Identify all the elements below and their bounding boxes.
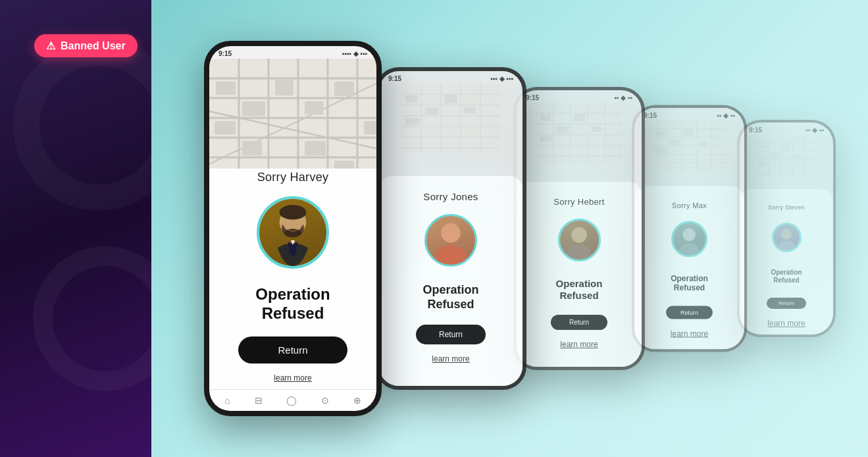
svg-rect-83: [216, 82, 236, 95]
map-section-4: [634, 121, 744, 200]
svg-rect-88: [305, 101, 323, 115]
svg-rect-89: [334, 82, 354, 96]
svg-rect-27: [656, 131, 665, 136]
svg-rect-13: [759, 161, 767, 165]
svg-point-49: [571, 227, 587, 243]
svg-rect-48: [591, 126, 601, 132]
map-section-3: [517, 103, 642, 195]
svg-point-68: [435, 245, 467, 267]
phone-4-learn-more[interactable]: learn more: [671, 329, 708, 338]
phone-4-return-button[interactable]: Return: [666, 306, 713, 319]
svg-rect-62: [406, 95, 418, 102]
phone-5-learn-more[interactable]: learn more: [767, 319, 805, 328]
svg-rect-87: [242, 141, 262, 155]
svg-rect-64: [444, 95, 457, 103]
svg-point-94: [280, 205, 307, 220]
phone-max: 9:15 ▪▪ ◈ ▪▪: [632, 105, 747, 352]
nav-chat-icon[interactable]: ◯: [286, 395, 297, 406]
phone-3-learn-more[interactable]: learn more: [560, 340, 598, 349]
svg-rect-66: [464, 107, 476, 114]
svg-point-67: [441, 223, 461, 243]
phone-5-operation: OperationRefused: [757, 269, 815, 284]
banned-badge-label: Banned User: [61, 40, 126, 52]
svg-rect-12: [782, 144, 790, 149]
svg-rect-91: [305, 141, 326, 155]
svg-point-15: [781, 229, 792, 240]
phones-container: 9:15 ▪▪ ◈ ▪▪: [171, 0, 868, 457]
phone-harvey: 9:15 ▪▪▪▪ ◈ ▪▪▪: [204, 41, 382, 416]
svg-point-95: [284, 229, 301, 238]
svg-rect-63: [425, 107, 439, 115]
status-bar-5: 9:15 ▪▪ ◈ ▪▪: [740, 122, 833, 135]
phone-2-avatar: [424, 214, 477, 267]
right-background-panel: 9:15 ▪▪ ◈ ▪▪: [151, 0, 868, 457]
svg-rect-29: [684, 130, 693, 136]
svg-rect-34: [536, 103, 622, 163]
bottom-navigation: ⌂ ⊟ ◯ ⊙ ⊕: [209, 389, 376, 411]
phone-2-card: Sorry Jones OperationRefused Return lear…: [379, 176, 523, 386]
phone-3-card: Sorry Hebert OperationRefused Return lea…: [517, 182, 642, 367]
svg-rect-90: [364, 121, 376, 134]
svg-rect-31: [699, 142, 707, 146]
phone-5-return-button[interactable]: Return: [767, 298, 806, 309]
map-section-1: [209, 59, 376, 169]
phone-1-learn-more[interactable]: learn more: [274, 373, 311, 383]
phone-1-operation: OperationRefused: [242, 285, 343, 323]
phone-4-avatar: [671, 221, 707, 257]
warning-icon: ⚠: [46, 40, 55, 52]
svg-rect-47: [540, 136, 551, 142]
phone-1-name: Sorry Harvey: [257, 165, 329, 190]
status-bar-2: 9:15 ▪▪▪ ◈ ▪▪▪: [379, 71, 523, 84]
phone-2-operation: OperationRefused: [409, 283, 492, 311]
phone-5-card: Sorry Steven OperationRefused Return lea…: [740, 189, 833, 335]
svg-point-50: [567, 244, 590, 261]
banned-user-badge: ⚠ Banned User: [34, 34, 138, 57]
phone-4-operation: OperationRefused: [657, 274, 721, 293]
svg-point-32: [682, 228, 696, 242]
phone-jones: 9:15 ▪▪▪ ◈ ▪▪▪: [375, 67, 526, 390]
phone-3-avatar: [558, 219, 601, 261]
map-section-5: [740, 135, 833, 202]
svg-rect-0: [757, 135, 816, 178]
svg-point-33: [679, 243, 699, 257]
status-bar-4: 9:15 ▪▪ ◈ ▪▪: [634, 108, 744, 121]
status-bar-1: 9:15 ▪▪▪▪ ◈ ▪▪▪: [209, 46, 376, 59]
svg-rect-65: [405, 118, 419, 124]
status-bar-3: 9:15 ▪▪ ◈ ▪▪: [517, 90, 642, 103]
phone-2-return-button[interactable]: Return: [416, 325, 486, 344]
phone-5-avatar: [772, 223, 802, 252]
svg-rect-84: [242, 101, 265, 116]
nav-clock-icon[interactable]: ⊙: [321, 395, 329, 406]
svg-rect-85: [275, 80, 294, 95]
svg-rect-14: [794, 155, 801, 159]
phone-steven: 9:15 ▪▪ ◈ ▪▪: [737, 120, 836, 337]
map-section-2: [379, 84, 523, 189]
svg-rect-30: [655, 148, 666, 153]
phone-2-learn-more[interactable]: learn more: [432, 354, 469, 363]
phone-1-return-button[interactable]: Return: [238, 336, 347, 363]
svg-rect-28: [670, 140, 680, 145]
svg-rect-45: [557, 126, 569, 133]
phone-1-card: Sorry Harvey: [209, 155, 376, 389]
svg-rect-46: [574, 114, 585, 122]
nav-book-icon[interactable]: ⊟: [255, 395, 263, 406]
left-background-panel: [0, 0, 151, 457]
phone-hebert: 9:15 ▪▪ ◈ ▪▪: [513, 87, 645, 370]
svg-rect-92: [334, 161, 354, 169]
svg-rect-86: [215, 121, 236, 134]
phone-1-avatar: [257, 196, 329, 269]
nav-home-icon[interactable]: ⌂: [224, 395, 230, 406]
nav-profile-icon[interactable]: ⊕: [353, 395, 361, 406]
svg-rect-44: [541, 115, 551, 121]
phone-3-return-button[interactable]: Return: [551, 315, 607, 330]
phone-4-card: Sorry Max OperationRefused Return learn …: [634, 186, 744, 350]
svg-rect-11: [771, 153, 779, 157]
phone-3-operation: OperationRefused: [543, 278, 616, 302]
svg-rect-10: [761, 145, 767, 149]
svg-point-16: [778, 240, 794, 252]
